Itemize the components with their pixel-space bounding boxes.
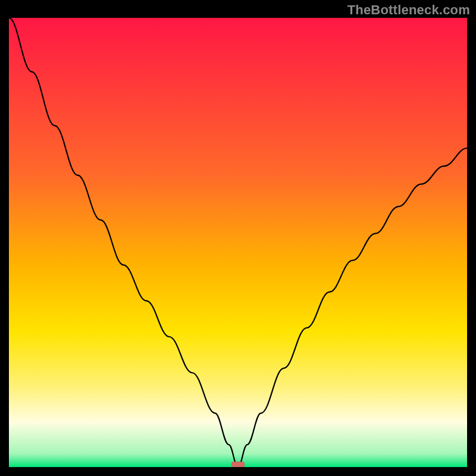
chart-svg	[9, 18, 467, 467]
watermark-text: TheBottleneck.com	[347, 2, 470, 18]
plot-area	[9, 18, 467, 467]
gradient-background	[9, 18, 467, 467]
chart-stage: TheBottleneck.com	[0, 0, 476, 476]
optimum-marker	[231, 462, 245, 467]
bottleneck-curve	[9, 18, 467, 467]
